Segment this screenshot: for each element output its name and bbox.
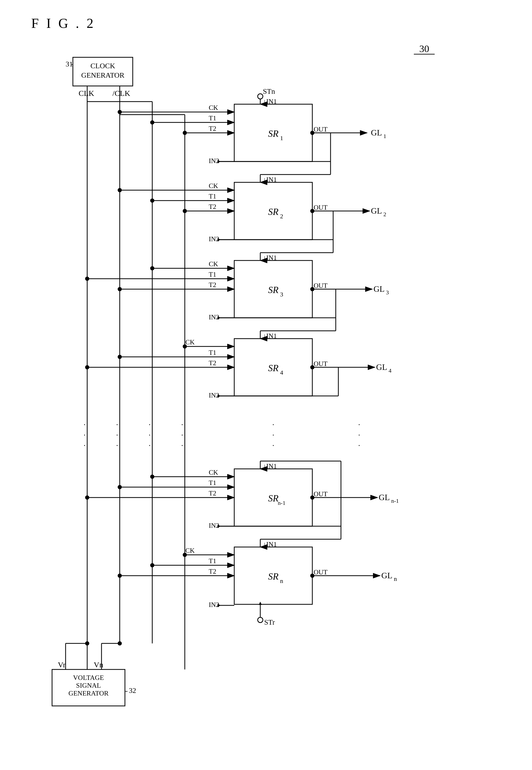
stn-circle bbox=[258, 94, 263, 99]
ellipsis-out2: · bbox=[358, 431, 360, 439]
nclk-label: /CLK bbox=[112, 89, 130, 97]
gln1-subscript: n-1 bbox=[391, 497, 399, 504]
sr1-out-dot bbox=[310, 131, 314, 135]
ellipsis-t1: · bbox=[149, 420, 151, 429]
clk-label: CLK bbox=[79, 89, 94, 97]
sr3-t2-label: T2 bbox=[209, 281, 216, 289]
sr4-subscript: 4 bbox=[280, 369, 283, 376]
gl4-label: GL bbox=[376, 362, 387, 372]
figure-ref: 30 bbox=[419, 43, 429, 54]
srn1-ck-label: CK bbox=[209, 469, 218, 476]
str-label: STr bbox=[264, 618, 275, 626]
ellipsis-sr3: · bbox=[272, 441, 274, 450]
gln1-label: GL bbox=[379, 492, 390, 502]
ref-31: 31 bbox=[66, 60, 73, 68]
sr1-label: SR bbox=[268, 128, 278, 139]
gl2-subscript: 2 bbox=[383, 211, 386, 218]
srn-ck-label: CK bbox=[185, 547, 195, 554]
gl3-subscript: 3 bbox=[386, 289, 389, 296]
voltage-gen-label2: SIGNAL bbox=[76, 682, 101, 689]
sr2-ck-label: CK bbox=[209, 182, 218, 189]
sr4-t2-label: T2 bbox=[209, 359, 216, 367]
srn1-t1-label: T1 bbox=[209, 479, 216, 487]
sr2-t1-label: T1 bbox=[209, 192, 216, 200]
sr2-in1-label: ↓IN1 bbox=[263, 176, 277, 183]
sr4-t1-label: T1 bbox=[209, 349, 216, 356]
clock-generator-label-2: GENERATOR bbox=[81, 71, 124, 79]
clock-generator-label-1: CLOCK bbox=[91, 62, 115, 70]
ref-32: 32 bbox=[129, 686, 136, 695]
ellipsis-t12: · bbox=[149, 431, 151, 439]
srn-subscript: n bbox=[280, 578, 283, 584]
srn-label: SR bbox=[268, 571, 278, 582]
ellipsis-clk: · bbox=[84, 420, 86, 429]
gl2-label: GL bbox=[371, 206, 382, 216]
sr1-in1-label: ↓IN1 bbox=[263, 98, 277, 105]
sr1-t2-label: T2 bbox=[209, 125, 216, 132]
sr3-out-label: OUT bbox=[314, 282, 328, 289]
srn1-subscript: n-1 bbox=[278, 500, 285, 506]
sr1-subscript: 1 bbox=[280, 135, 283, 141]
sr2-label: SR bbox=[268, 207, 278, 217]
voltage-gen-label3: GENERATOR bbox=[68, 690, 109, 697]
sr4-label: SR bbox=[268, 363, 278, 373]
ellipsis-nclk: · bbox=[116, 420, 118, 429]
gln-label: GL bbox=[381, 571, 392, 580]
sr3-t1-label: T1 bbox=[209, 271, 216, 278]
page-title: F I G . 2 bbox=[31, 16, 96, 31]
sr2-subscript: 2 bbox=[280, 213, 283, 220]
srn-in1-label: ↓IN1 bbox=[263, 540, 277, 548]
ellipsis-t22: · bbox=[181, 431, 183, 439]
sr4-ck-label: CK bbox=[185, 338, 195, 346]
srn-t2-label: T2 bbox=[209, 567, 216, 575]
srn-out-label: OUT bbox=[314, 568, 328, 576]
sr1-t1-label: T1 bbox=[209, 114, 216, 122]
sr3-label: SR bbox=[268, 285, 278, 295]
ellipsis-sr: · bbox=[272, 420, 274, 429]
ellipsis-clk3: · bbox=[84, 441, 86, 450]
sr3-in1-label: ↓IN1 bbox=[263, 254, 277, 262]
voltage-gen-label1: VOLTAGE bbox=[73, 674, 104, 682]
sr2-t2-label: T2 bbox=[209, 203, 216, 211]
vr-clk-dot bbox=[85, 641, 89, 646]
sr3-ck-label: CK bbox=[209, 260, 218, 268]
sr4-out-label: OUT bbox=[314, 360, 328, 368]
ellipsis-t13: · bbox=[149, 441, 151, 450]
sr3-subscript: 3 bbox=[280, 291, 283, 298]
ellipsis-nclk2: · bbox=[116, 431, 118, 439]
stn-label: STn bbox=[263, 87, 275, 95]
gl1-subscript: 1 bbox=[383, 133, 386, 139]
sr1-out-label: OUT bbox=[314, 125, 328, 133]
ellipsis-out3: · bbox=[358, 441, 360, 450]
srn1-label: SR bbox=[268, 493, 278, 503]
sr4-in1-label: ↓IN1 bbox=[263, 332, 277, 340]
gl1-label: GL bbox=[371, 128, 382, 137]
ellipsis-out: · bbox=[358, 420, 360, 429]
ellipsis-nclk3: · bbox=[116, 441, 118, 450]
srn-t1-label: T1 bbox=[209, 557, 216, 565]
srn1-t2-label: T2 bbox=[209, 489, 216, 497]
gl3-label: GL bbox=[373, 284, 385, 294]
str-circle bbox=[258, 617, 263, 623]
sr2-out-label: OUT bbox=[314, 204, 328, 211]
srn1-out-label: OUT bbox=[314, 490, 328, 498]
gl4-subscript: 4 bbox=[389, 367, 391, 374]
gln-subscript: n bbox=[394, 575, 397, 582]
vr-label: Vr bbox=[58, 660, 66, 669]
ellipsis-sr2: · bbox=[272, 431, 274, 439]
vn-nclk-dot bbox=[118, 641, 122, 646]
ellipsis-t2: · bbox=[181, 420, 183, 429]
ellipsis-clk2: · bbox=[84, 431, 86, 439]
sr1-ck-label: CK bbox=[209, 104, 218, 111]
srn1-in1-label: ↓IN1 bbox=[263, 462, 277, 470]
srn-str-arrow bbox=[259, 602, 262, 605]
circuit-diagram: 30 CLOCK GENERATOR 31 CLK /CLK SR 1 STn … bbox=[21, 34, 515, 763]
ellipsis-t23: · bbox=[181, 441, 183, 450]
